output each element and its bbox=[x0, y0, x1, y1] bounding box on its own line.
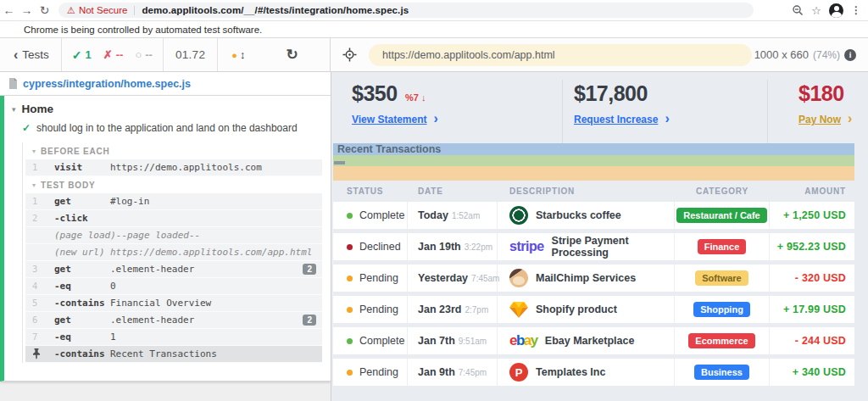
hook-test-body-label: TEST BODY bbox=[41, 181, 95, 190]
command-number: 2 bbox=[25, 213, 54, 223]
command-name: visit bbox=[54, 162, 110, 173]
passed-count: 1 bbox=[86, 48, 92, 61]
category-badge: Finance bbox=[698, 239, 747, 254]
command-row-page-load[interactable]: (page load) --page loaded-- bbox=[25, 227, 322, 244]
test-result-row[interactable]: ✓ should log in to the application and l… bbox=[4, 117, 331, 139]
time-value: 9:51am bbox=[459, 337, 487, 346]
pin-icon[interactable] bbox=[25, 348, 54, 359]
zoom-icon[interactable] bbox=[792, 4, 804, 16]
selector-playground-icon[interactable] bbox=[342, 47, 357, 62]
command-message: https://demo.applitools.com/app.html bbox=[110, 247, 312, 258]
date-value: Jan 23rd bbox=[418, 304, 461, 315]
test-stats: ✓ 1 ✗ -- ○ -- bbox=[62, 38, 164, 71]
status-label: Pending bbox=[359, 304, 398, 315]
snapshot-count-badge[interactable]: 2 bbox=[303, 315, 316, 326]
time-value: 1:52am bbox=[452, 211, 480, 220]
profile-avatar[interactable] bbox=[829, 3, 843, 18]
command-row[interactable]: 1 visit https://demo.applitools.com bbox=[25, 159, 322, 176]
browser-chrome-bar: ← → ↻ ⚠ Not Secure demo.applitools.com/_… bbox=[0, 0, 868, 21]
stat-pending: ○ -- bbox=[135, 48, 153, 61]
failed-count: -- bbox=[116, 48, 124, 61]
command-row[interactable]: 5 -contains Financial Overview bbox=[25, 295, 322, 312]
command-message: .element-header bbox=[110, 315, 194, 326]
status-dot bbox=[347, 213, 353, 219]
date-value: Jan 7th bbox=[418, 335, 455, 347]
auto-scroll-toggle[interactable]: ● ↕ bbox=[231, 48, 245, 61]
chevron-right-icon[interactable]: › bbox=[848, 111, 852, 126]
viewport-info-icon[interactable]: i bbox=[844, 49, 856, 61]
viewport-zoom: (74%) bbox=[813, 49, 840, 61]
time-value: 7:45pm bbox=[459, 368, 487, 377]
pay-now-link[interactable]: Pay Now bbox=[798, 114, 841, 125]
suite-name: Home bbox=[22, 103, 54, 115]
status-dot bbox=[347, 276, 353, 281]
command-row[interactable]: 1 get #log-in bbox=[25, 193, 322, 210]
command-row[interactable]: 2 -click bbox=[25, 210, 322, 227]
command-number: 5 bbox=[25, 298, 54, 308]
command-message: --page loaded-- bbox=[116, 230, 200, 241]
command-name: (new url) bbox=[54, 247, 110, 258]
view-statement-link[interactable]: View Statement bbox=[352, 114, 426, 125]
spec-path-link[interactable]: cypress/integration/home.spec.js bbox=[23, 78, 191, 90]
page-url[interactable]: demo.applitools.com/__/#/tests/integrati… bbox=[142, 5, 409, 15]
auto-scroll-dot-icon: ● bbox=[231, 50, 237, 60]
browser-actions: ☆ ⋮ bbox=[792, 3, 868, 18]
amount-value: - 320 USD bbox=[795, 272, 846, 284]
aut-url-field[interactable]: https://demo.applitools.com/app.html bbox=[369, 44, 752, 66]
status-label: Declined bbox=[359, 241, 401, 253]
hook-before-each-label: BEFORE EACH bbox=[41, 147, 110, 156]
header-amount: AMOUNT bbox=[770, 187, 854, 196]
pending-count: -- bbox=[145, 48, 153, 61]
command-name: -contains bbox=[54, 298, 110, 309]
command-name: get bbox=[54, 315, 110, 326]
restart-tests-icon[interactable]: ↻ bbox=[286, 46, 298, 64]
command-name: -eq bbox=[54, 331, 110, 343]
reload-icon[interactable]: ↻ bbox=[36, 3, 53, 17]
category-badge: Software bbox=[695, 270, 748, 286]
amount-value: + 1,250 USD bbox=[783, 209, 846, 221]
statement-amount: $350 bbox=[352, 81, 398, 105]
forward-icon[interactable]: → bbox=[18, 3, 36, 17]
command-message: .element-header bbox=[110, 264, 194, 275]
automation-banner: Chrome is being controlled by automated … bbox=[0, 21, 868, 38]
statement-delta: %7 ↓ bbox=[405, 92, 426, 103]
back-icon[interactable]: ← bbox=[0, 3, 18, 17]
test-passed-check-icon: ✓ bbox=[22, 122, 31, 134]
address-bar[interactable]: ⚠ Not Secure demo.applitools.com/__/#/te… bbox=[58, 3, 754, 18]
hook-test-body[interactable]: ▾ TEST BODY bbox=[25, 176, 331, 193]
chevron-right-icon[interactable]: › bbox=[665, 111, 669, 126]
request-increase-link[interactable]: Request Increase bbox=[574, 114, 658, 125]
browser-menu-icon[interactable]: ⋮ bbox=[851, 4, 861, 16]
bookmark-star-icon[interactable]: ☆ bbox=[811, 4, 821, 17]
templates-p-icon: P bbox=[509, 363, 528, 382]
command-row[interactable]: 3 get .element-header 2 bbox=[25, 261, 322, 278]
back-to-tests-button[interactable]: ‹ Tests bbox=[0, 38, 62, 71]
file-icon bbox=[8, 78, 18, 89]
command-row[interactable]: 7 -eq 1 bbox=[25, 329, 322, 346]
suite-home[interactable]: ▾ Home bbox=[4, 96, 331, 117]
table-row: Pending Jan 9th7:45pm PTemplates Inc Bus… bbox=[333, 359, 854, 386]
command-row[interactable]: 4 -eq 0 bbox=[25, 278, 322, 295]
card-credit: $17,800 Request Increase› bbox=[563, 80, 768, 143]
command-name: -eq bbox=[54, 281, 110, 292]
command-name: -contains bbox=[54, 348, 110, 359]
command-row[interactable]: 6 get .element-header 2 bbox=[25, 312, 322, 329]
command-row-new-url[interactable]: (new url) https://demo.applitools.com/ap… bbox=[25, 244, 322, 261]
command-name: (page load) bbox=[54, 230, 116, 241]
viewport-size: 1000 x 660 bbox=[754, 48, 809, 61]
not-secure-label[interactable]: Not Secure bbox=[79, 5, 128, 15]
command-row-pinned[interactable]: -contains Recent Transactions bbox=[25, 346, 322, 363]
hook-before-each[interactable]: ▾ BEFORE EACH bbox=[25, 142, 331, 159]
time-value: 7:45am bbox=[471, 274, 499, 283]
amount-value: - 244 USD bbox=[795, 335, 846, 347]
command-name: get bbox=[54, 196, 110, 207]
pending-circle-icon: ○ bbox=[135, 48, 142, 61]
command-name: -click bbox=[54, 213, 110, 224]
table-row: Pending Jan 23rd2:7pm Shopify product Sh… bbox=[333, 296, 854, 323]
match-region-green bbox=[333, 155, 854, 166]
passed-check-icon: ✓ bbox=[72, 48, 82, 62]
snapshot-count-badge[interactable]: 2 bbox=[303, 264, 316, 275]
chevron-right-icon[interactable]: › bbox=[433, 111, 437, 126]
date-value: Yesterday bbox=[418, 272, 468, 284]
table-row: Pending Yesterday7:45am MailChimp Servic… bbox=[333, 265, 854, 292]
